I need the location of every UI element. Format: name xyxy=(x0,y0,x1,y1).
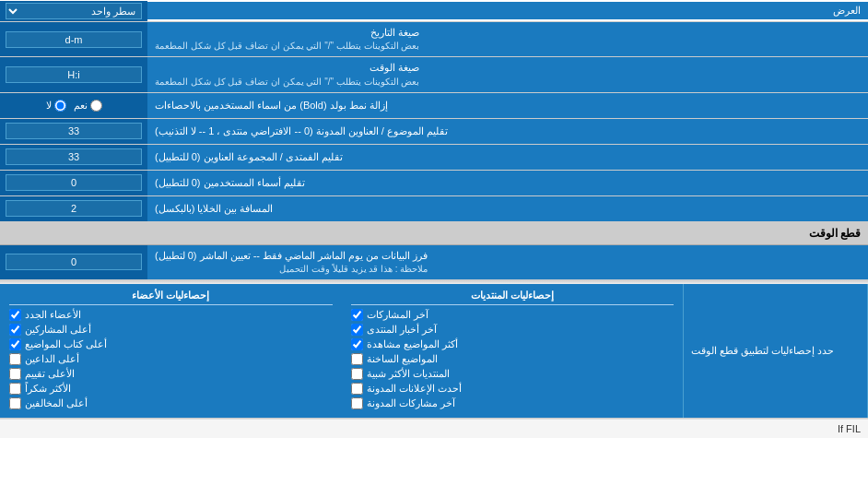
forum-sort-row: تقليم الفمتدى / المجموعة العناوين (0 للت… xyxy=(0,145,868,171)
space-between-label: المسافة بين الخلايا (بالبكسل) xyxy=(147,196,868,221)
stat-check-m1[interactable] xyxy=(9,324,21,336)
stat-label-p4: المنتديات الأكثر شبية xyxy=(367,368,450,380)
stat-check-p3[interactable] xyxy=(351,353,363,365)
stat-label-m4: الأعلى تقييم xyxy=(25,368,75,380)
stat-item-p2[interactable]: أكثر المواضيع مشاهدة xyxy=(351,338,674,350)
stat-item-p0[interactable]: آخر المشاركات xyxy=(351,309,674,321)
user-names-label: تقليم أسماء المستخدمين (0 للتطبيل) xyxy=(147,171,868,195)
radio-yes[interactable] xyxy=(90,100,102,112)
forum-sort-label: تقليم الفمتدى / المجموعة العناوين (0 للت… xyxy=(147,145,868,170)
stat-label-p1: آخر أخبار المنتدى xyxy=(367,324,437,336)
date-format-row: صيغة التاريخ بعض التكوينات يتطلب "/" الت… xyxy=(0,22,868,57)
stat-item-p6[interactable]: آخر مشاركات المدونة xyxy=(351,397,674,409)
stat-item-m0[interactable]: الأعضاء الجدد xyxy=(9,309,333,321)
time-format-input[interactable] xyxy=(6,66,142,83)
bottom-note-bar: If FIL xyxy=(0,419,868,438)
stat-item-p1[interactable]: آخر أخبار المنتدى xyxy=(351,324,674,336)
posts-stats-title: إحصاءليات المنتديات xyxy=(351,290,674,305)
radio-no-label[interactable]: لا xyxy=(46,100,66,112)
radio-no[interactable] xyxy=(54,100,66,112)
date-format-input-cell[interactable] xyxy=(0,22,147,56)
display-select-cell[interactable]: سطر واحدسطرينثلاثة أسطر xyxy=(0,1,147,21)
stat-label-m2: أعلى كتاب المواضيع xyxy=(25,338,107,350)
header-row: العرض سطر واحدسطرينثلاثة أسطر xyxy=(0,0,868,22)
user-names-input[interactable] xyxy=(6,174,142,191)
space-between-input-cell[interactable] xyxy=(0,196,147,221)
time-format-label: صيغة الوقت بعض التكوينات يتطلب "/" التي … xyxy=(147,57,868,91)
cut-section-header: قطع الوقت xyxy=(0,222,868,245)
stat-check-p1[interactable] xyxy=(351,324,363,336)
stat-label-p2: أكثر المواضيع مشاهدة xyxy=(367,338,458,350)
stat-item-m4[interactable]: الأعلى تقييم xyxy=(9,368,333,380)
bottom-note-text: If FIL xyxy=(838,423,861,434)
stat-check-m5[interactable] xyxy=(9,383,21,395)
cut-input[interactable] xyxy=(6,254,142,270)
stat-label-p6: آخر مشاركات المدونة xyxy=(367,397,455,409)
stat-check-p0[interactable] xyxy=(351,309,363,321)
display-select[interactable]: سطر واحدسطرينثلاثة أسطر xyxy=(6,3,142,19)
stat-check-p4[interactable] xyxy=(351,368,363,380)
stat-check-p6[interactable] xyxy=(351,397,363,409)
radio-yes-label[interactable]: نعم xyxy=(74,100,102,112)
stat-check-m0[interactable] xyxy=(9,309,21,321)
stat-check-m6[interactable] xyxy=(9,397,21,409)
time-format-input-cell[interactable] xyxy=(0,57,147,91)
stat-item-p3[interactable]: المواضيع الساخنة xyxy=(351,353,674,365)
members-stats-col: إحصاءليات الأعضاء الأعضاء الجدد أعلى الم… xyxy=(0,284,342,418)
stat-item-m2[interactable]: أعلى كتاب المواضيع xyxy=(9,338,333,350)
stat-check-m2[interactable] xyxy=(9,338,21,350)
user-names-row: تقليم أسماء المستخدمين (0 للتطبيل) xyxy=(0,171,868,196)
cut-input-cell[interactable] xyxy=(0,245,147,279)
stat-item-m3[interactable]: أعلى الداعين xyxy=(9,353,333,365)
bold-remove-label: إزالة نمط بولد (Bold) من اسماء المستخدمي… xyxy=(147,93,868,118)
stat-item-p5[interactable]: أحدث الإعلانات المدونة xyxy=(351,383,674,395)
bold-remove-radio-cell[interactable]: نعم لا xyxy=(0,93,147,118)
stat-label-m5: الأكثر شكراً xyxy=(25,383,71,395)
user-names-input-cell[interactable] xyxy=(0,171,147,195)
stat-label-p0: آخر المشاركات xyxy=(367,309,428,321)
time-format-row: صيغة الوقت بعض التكوينات يتطلب "/" التي … xyxy=(0,57,868,92)
stat-label-p3: المواضيع الساخنة xyxy=(367,353,438,365)
space-between-row: المسافة بين الخلايا (بالبكسل) xyxy=(0,196,868,222)
subject-sort-input[interactable] xyxy=(6,123,142,139)
members-stats-title: إحصاءليات الأعضاء xyxy=(9,290,333,305)
stat-item-m6[interactable]: أعلى المخالفين xyxy=(9,397,333,409)
date-format-label: صيغة التاريخ بعض التكوينات يتطلب "/" الت… xyxy=(147,22,868,56)
stat-label-p5: أحدث الإعلانات المدونة xyxy=(367,383,462,395)
date-format-input[interactable] xyxy=(6,31,142,48)
stat-check-p5[interactable] xyxy=(351,383,363,395)
cut-row: فرز البيانات من يوم الماشر الماضي فقط --… xyxy=(0,245,868,280)
stat-check-p2[interactable] xyxy=(351,338,363,350)
stat-item-m1[interactable]: أعلى المشاركين xyxy=(9,324,333,336)
stats-limit-label: حدد إحصاءليات لتطبيق قطع الوقت xyxy=(684,284,868,418)
forum-sort-input[interactable] xyxy=(6,148,142,165)
stat-label-m6: أعلى المخالفين xyxy=(25,397,88,409)
stats-section: حدد إحصاءليات لتطبيق قطع الوقت إحصاءليات… xyxy=(0,284,868,419)
stat-label-m1: أعلى المشاركين xyxy=(25,324,91,336)
subject-sort-row: تقليم الموضوع / العناوين المدونة (0 -- ا… xyxy=(0,119,868,145)
stat-check-m3[interactable] xyxy=(9,353,21,365)
posts-stats-col: إحصاءليات المنتديات آخر المشاركات آخر أخ… xyxy=(342,284,685,418)
stat-label-m3: أعلى الداعين xyxy=(25,353,79,365)
stat-item-p4[interactable]: المنتديات الأكثر شبية xyxy=(351,368,674,380)
forum-sort-input-cell[interactable] xyxy=(0,145,147,170)
bold-remove-row: إزالة نمط بولد (Bold) من اسماء المستخدمي… xyxy=(0,93,868,119)
stat-label-m0: الأعضاء الجدد xyxy=(25,309,81,321)
subject-sort-label: تقليم الموضوع / العناوين المدونة (0 -- ا… xyxy=(147,119,868,144)
space-between-input[interactable] xyxy=(6,200,142,217)
stat-item-m5[interactable]: الأكثر شكراً xyxy=(9,383,333,395)
subject-sort-input-cell[interactable] xyxy=(0,119,147,144)
cut-label: فرز البيانات من يوم الماشر الماضي فقط --… xyxy=(147,245,868,279)
header-label: العرض xyxy=(147,2,868,19)
stat-check-m4[interactable] xyxy=(9,368,21,380)
